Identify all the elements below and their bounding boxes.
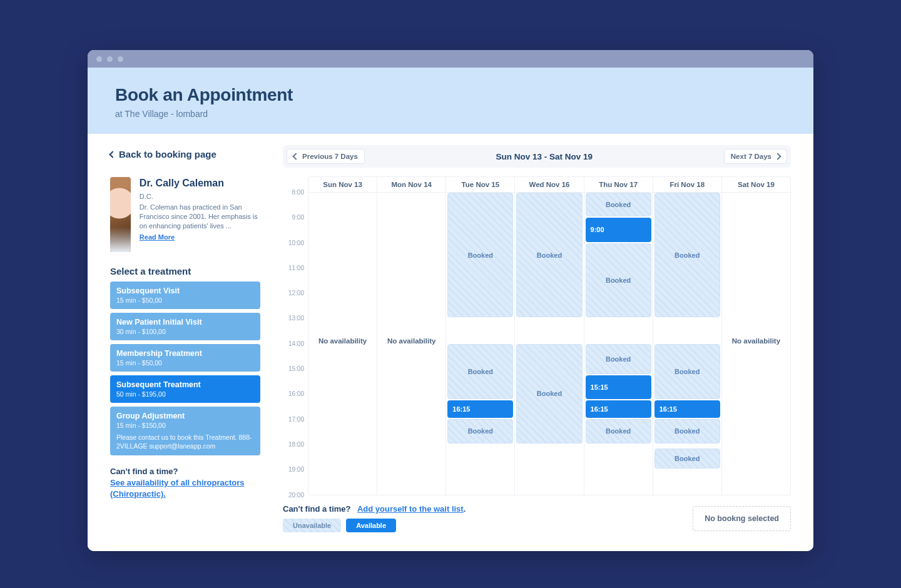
booked-slot: Booked xyxy=(447,193,513,317)
day-header: Thu Nov 17 xyxy=(584,177,653,193)
day-header: Tue Nov 15 xyxy=(446,177,514,193)
treatment-option[interactable]: Membership Treatment15 min - $50,00 xyxy=(110,344,260,372)
available-slot[interactable]: 15:15 xyxy=(586,375,651,399)
booked-slot: Booked xyxy=(447,419,513,443)
available-slot[interactable]: 16:15 xyxy=(654,400,720,418)
booked-slot: Booked xyxy=(516,344,582,444)
footer-period: . xyxy=(464,504,466,514)
window-dot-max[interactable] xyxy=(118,56,123,62)
treatment-name: Subsequent Treatment xyxy=(116,380,254,389)
treatment-option[interactable]: Group Adjustment15 min - $150,00Please c… xyxy=(110,407,260,455)
back-link-label: Back to booking page xyxy=(119,149,216,160)
next-week-button[interactable]: Next 7 Days xyxy=(724,149,787,164)
read-more-link[interactable]: Read More xyxy=(140,233,175,241)
day-header: Fri Nov 18 xyxy=(653,177,721,193)
calendar-day-column: Sun Nov 13No availability xyxy=(308,177,377,495)
no-availability-label: No availability xyxy=(722,186,790,495)
hour-label: 18:00 xyxy=(283,441,308,466)
booked-slot: Booked xyxy=(654,419,720,443)
no-booking-selected: No bookng selected xyxy=(693,506,791,531)
calendar-columns: Sun Nov 13No availabilityMon Nov 14No av… xyxy=(308,176,791,495)
calendar-grid: 8:009:0010:0011:0012:0013:0014:0015:0016… xyxy=(283,176,791,495)
hour-label: 12:00 xyxy=(283,290,308,315)
booked-slot: Booked xyxy=(654,193,720,317)
legend-available: Available xyxy=(346,519,396,532)
booked-slot: Booked xyxy=(586,243,651,318)
legend: Unavailable Available xyxy=(283,519,466,532)
hour-label: 19:00 xyxy=(283,466,308,491)
day-body: BookedBooked xyxy=(515,193,583,495)
chevron-right-icon xyxy=(775,153,780,160)
provider-profile: Dr. Cally Caleman D.C. Dr. Coleman has p… xyxy=(110,177,260,252)
treatments-list: Subsequent Visit15 min - $50,00New Patie… xyxy=(110,281,260,455)
treatment-option[interactable]: New Patient Initial Visit30 min - $100,0… xyxy=(110,313,260,340)
treatment-name: Group Adjustment xyxy=(116,412,254,420)
hour-label: 17:00 xyxy=(283,416,308,441)
hour-label: 9:00 xyxy=(283,214,308,239)
back-link[interactable]: Back to booking page xyxy=(110,149,260,160)
treatment-name: Subsequent Visit xyxy=(116,286,254,295)
hour-label: 20:00 xyxy=(283,492,308,517)
treatment-meta: 15 min - $150,00 xyxy=(116,422,254,429)
no-availability-label: No availability xyxy=(377,186,445,495)
legend-unavailable: Unavailable xyxy=(283,519,341,532)
provider-bio: Dr. Coleman has practiced in San Francis… xyxy=(140,203,260,231)
day-body: BookedBooked16:15BookedBooked xyxy=(653,193,721,495)
hour-label: 14:00 xyxy=(283,340,308,365)
treatment-option[interactable]: Subsequent Treatment50 min - $195,00 xyxy=(110,375,260,403)
hour-label: 11:00 xyxy=(283,265,308,290)
booked-slot: Booked xyxy=(654,344,720,400)
footer-left: Can't find a time? Add yourself to the w… xyxy=(283,504,466,532)
hour-label: 10:00 xyxy=(283,240,308,265)
prev-week-label: Previous 7 Days xyxy=(302,153,358,160)
chevron-left-icon xyxy=(293,153,298,160)
calendar-day-column: Sat Nov 19No availability xyxy=(722,177,790,495)
day-body: No availability xyxy=(377,193,445,495)
calendar-day-column: Tue Nov 15BookedBooked16:15Booked xyxy=(446,177,515,495)
hour-label: 15:00 xyxy=(283,365,308,390)
calendar-day-column: Thu Nov 17Booked9:00BookedBooked15:1516:… xyxy=(584,177,653,495)
day-body: Booked9:00BookedBooked15:1516:15Booked xyxy=(584,193,653,495)
prev-week-button[interactable]: Previous 7 Days xyxy=(287,149,365,164)
provider-title: D.C. xyxy=(140,193,260,200)
waitlist-link[interactable]: Add yourself to the wait list xyxy=(357,504,464,514)
day-body: No availability xyxy=(722,193,790,495)
booked-slot: Booked xyxy=(447,344,513,400)
booked-slot: Booked xyxy=(586,193,651,216)
provider-name: Dr. Cally Caleman xyxy=(140,177,260,189)
sidebar: Back to booking page Dr. Cally Caleman D… xyxy=(110,145,260,532)
calendar-day-column: Fri Nov 18BookedBooked16:15BookedBooked xyxy=(653,177,722,495)
calendar-day-column: Wed Nov 16BookedBooked xyxy=(515,177,584,495)
hour-label: 16:00 xyxy=(283,390,308,415)
hour-label: 13:00 xyxy=(283,315,308,340)
calendar-day-column: Mon Nov 14No availability xyxy=(377,177,446,495)
hour-label: 8:00 xyxy=(283,189,308,214)
page-subtitle: at The Village - lombard xyxy=(115,109,786,119)
treatment-note: Please contact us to book this Treatment… xyxy=(116,433,254,450)
treatments-heading: Select a treatment xyxy=(110,266,260,276)
available-slot[interactable]: 16:15 xyxy=(586,400,651,418)
provider-info: Dr. Cally Caleman D.C. Dr. Coleman has p… xyxy=(140,177,260,252)
footer-cant-find: Can't find a time? Add yourself to the w… xyxy=(283,504,466,514)
cant-find-sidebar-q: Can't find a time? xyxy=(110,467,260,476)
day-body: No availability xyxy=(308,193,377,495)
available-slot[interactable]: 9:00 xyxy=(586,218,651,241)
treatment-name: Membership Treatment xyxy=(116,349,254,358)
day-header: Wed Nov 16 xyxy=(515,177,583,193)
calendar-footer: Can't find a time? Add yourself to the w… xyxy=(283,504,791,532)
available-slot[interactable]: 16:15 xyxy=(447,400,513,418)
provider-avatar xyxy=(110,177,131,252)
treatment-option[interactable]: Subsequent Visit15 min - $50,00 xyxy=(110,281,260,309)
hour-labels: 8:009:0010:0011:0012:0013:0014:0015:0016… xyxy=(283,176,308,495)
treatment-meta: 50 min - $195,00 xyxy=(116,390,254,398)
window-dot-min[interactable] xyxy=(107,56,113,62)
booked-slot: Booked xyxy=(516,193,582,317)
see-all-chiropractors-link[interactable]: See availability of all chiropractors (C… xyxy=(110,477,260,499)
window-titlebar xyxy=(88,50,813,68)
no-availability-label: No availability xyxy=(308,186,377,495)
app-window: Book an Appointment at The Village - lom… xyxy=(88,50,813,551)
day-body: BookedBooked16:15Booked xyxy=(446,193,514,495)
treatment-meta: 15 min - $50,00 xyxy=(116,297,254,304)
page-title: Book an Appointment xyxy=(115,85,786,105)
window-dot-close[interactable] xyxy=(96,56,102,62)
